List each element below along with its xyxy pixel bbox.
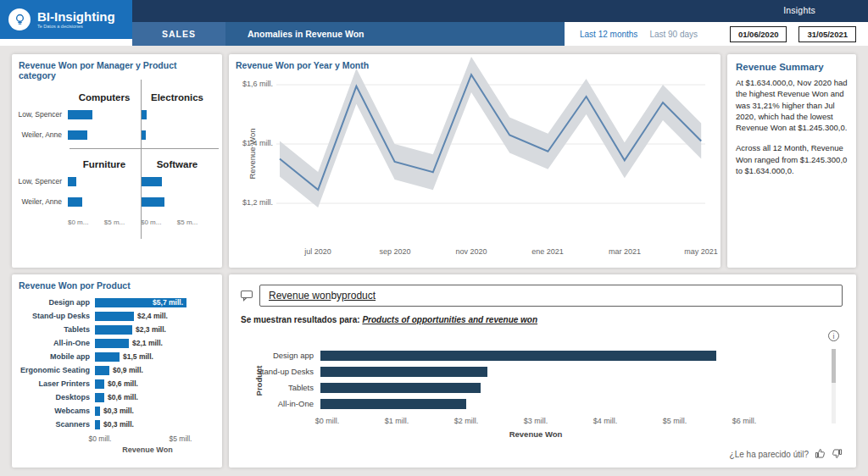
bar[interactable] — [141, 177, 162, 186]
bar[interactable] — [320, 367, 487, 377]
brand-tagline: Te Datos a decisiones — [37, 24, 115, 29]
brand-text: BI-Insighting Te Datos a decisiones — [37, 10, 115, 29]
card-qa: Revenue won by product Se muestran resul… — [229, 274, 856, 468]
brand-logo: BI-Insighting Te Datos a decisiones — [0, 0, 132, 39]
bar-row: Weiler, Anne — [17, 191, 219, 212]
axis-tick: $0 m... — [68, 219, 88, 226]
axis-tick: $0 mill. — [89, 434, 112, 443]
axis-tick: may 2021 — [684, 247, 718, 256]
category-label: Design app — [17, 298, 95, 307]
date-to-input[interactable]: 31/05/2021 — [798, 26, 856, 42]
bar[interactable] — [95, 312, 134, 321]
card-manager-category: Revenue Won por Manager y Product catego… — [12, 54, 222, 268]
bar[interactable] — [68, 110, 92, 119]
bar-row: Design app — [241, 347, 819, 363]
qa-question-input[interactable]: Revenue won by product — [259, 285, 843, 307]
value-label: $0,9 mill. — [113, 366, 143, 374]
axis-tick: $5 m... — [177, 219, 198, 226]
manager-label: Weiler, Anne — [17, 197, 68, 206]
filter-last-90-days[interactable]: Last 90 days — [649, 30, 698, 39]
card-title: Revenue Summary — [727, 54, 856, 75]
bar[interactable] — [68, 177, 76, 186]
confidence-band — [280, 57, 701, 208]
qa-results-term[interactable]: Products of opportunities and revenue wo… — [362, 315, 537, 324]
axis-tick: ene 2021 — [531, 247, 564, 256]
lightbulb-icon — [8, 8, 31, 30]
scrollbar-thumb[interactable] — [832, 349, 836, 383]
line-chart[interactable] — [276, 66, 712, 235]
thumbs-down-icon[interactable] — [832, 448, 843, 461]
brand-name: BI-Insighting — [37, 10, 115, 24]
category-header: Furniture — [68, 159, 141, 169]
category-label: All-in-One — [17, 339, 95, 347]
info-icon[interactable]: i — [828, 330, 839, 341]
filter-bar: Last 12 months Last 90 days 01/06/2020 3… — [565, 22, 868, 46]
value-label: $0,3 mill. — [103, 420, 134, 429]
bar-row: Ergonomic Seating$0,9 mill. — [17, 363, 217, 377]
qa-query-text: Revenue won — [269, 290, 331, 302]
bar[interactable] — [95, 379, 104, 389]
bar[interactable] — [68, 197, 82, 207]
value-label: $0,6 mill. — [108, 393, 138, 401]
bar[interactable] — [95, 366, 109, 375]
x-axis: $0 m...$5 m...$0 m...$5 m... — [17, 219, 219, 229]
bar[interactable]: $5,7 mill. — [95, 298, 186, 307]
category-label: Stand-up Desks — [17, 312, 95, 320]
summary-paragraph: Across all 12 Month, Revenue Won ranged … — [736, 142, 848, 176]
axis-tick: $5 m... — [104, 219, 125, 226]
bar-row: Weiler, Anne — [17, 125, 219, 145]
bar-row: Desktops$0,6 mill. — [17, 390, 217, 404]
axis-tick: $0 mill. — [315, 417, 340, 425]
bar[interactable] — [95, 352, 120, 362]
axis-tick: $2 mill. — [454, 417, 479, 425]
thumbs-up-icon[interactable] — [815, 448, 826, 461]
report-title: Anomalies in Revenue Won — [225, 22, 565, 46]
summary-text: At $1.634.000,0, Nov 2020 had the highes… — [727, 75, 856, 187]
bar[interactable] — [95, 407, 100, 416]
category-label: All-in-One — [241, 399, 320, 408]
bar[interactable] — [320, 399, 466, 409]
value-label: $5,7 mill. — [153, 298, 183, 307]
bar-row: Stand-up Desks — [241, 363, 819, 379]
bar[interactable] — [320, 351, 716, 361]
bar[interactable] — [68, 130, 87, 140]
axis-tick: nov 2020 — [455, 247, 487, 256]
manager-label: Low, Spencer — [17, 110, 68, 119]
axis-tick: mar 2021 — [609, 247, 641, 256]
card-revenue-by-product: Revenue Won por Product Design app$5,7 m… — [12, 274, 222, 468]
qa-query-text: product — [342, 290, 376, 302]
small-multiples-chart: ComputersElectronicsLow, SpencerWeiler, … — [12, 82, 222, 229]
axis-tick: sep 2020 — [379, 247, 410, 256]
bar-row: Stand-up Desks$2,4 mill. — [17, 309, 217, 323]
scrollbar[interactable] — [832, 349, 836, 423]
category-header: Computers — [68, 92, 141, 102]
axis-title: Revenue Won — [100, 446, 195, 454]
tab-sales[interactable]: SALES — [132, 22, 225, 46]
axis-tick: $4 mill. — [593, 417, 618, 425]
bar[interactable] — [95, 339, 129, 348]
insights-menu[interactable]: Insights — [783, 5, 815, 15]
category-label: Laser Printers — [17, 379, 95, 388]
bar-row: Low, Spencer — [17, 171, 219, 191]
y-axis-title: Revenue Won — [248, 125, 257, 184]
bar[interactable] — [95, 393, 104, 402]
product-bar-chart: Design app$5,7 mill.Stand-up Desks$2,4 m… — [12, 292, 222, 454]
bar[interactable] — [141, 197, 164, 207]
filter-last-12-months[interactable]: Last 12 months — [580, 30, 637, 39]
bar-row: All-in-One — [241, 396, 819, 412]
axis-tick: $5 mill. — [170, 434, 192, 443]
bar[interactable] — [95, 420, 100, 429]
bar[interactable] — [320, 383, 481, 393]
bar-row: Laser Printers$0,6 mill. — [17, 377, 217, 390]
axis-tick: $1,6 mill. — [229, 80, 273, 88]
axis-tick: $1,4 mill. — [229, 139, 273, 147]
bar[interactable] — [95, 325, 132, 335]
axis-tick: $5 mill. — [663, 417, 687, 425]
manager-label: Weiler, Anne — [17, 130, 68, 139]
category-header: Software — [141, 159, 214, 169]
summary-paragraph: At $1.634.000,0, Nov 2020 had the highes… — [736, 77, 848, 133]
date-from-input[interactable]: 01/06/2020 — [730, 26, 787, 42]
value-label: $1,5 mill. — [123, 352, 153, 361]
category-label: Tablets — [17, 325, 95, 334]
category-label: Ergonomic Seating — [17, 366, 95, 374]
